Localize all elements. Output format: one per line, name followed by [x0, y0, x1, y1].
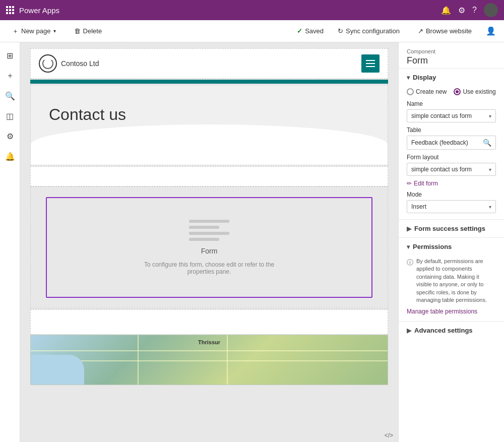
- form-icon-bar-2: [189, 226, 219, 229]
- site-logo: Contoso Ltd: [39, 54, 99, 73]
- permissions-body: ⓘ By default, permissions are applied to…: [399, 256, 504, 321]
- saved-status: ✓ Saved: [297, 27, 324, 35]
- logo-inner: [42, 58, 53, 69]
- component-name: Form: [407, 55, 496, 66]
- form-label: Form: [201, 247, 218, 255]
- sidebar-add-icon[interactable]: ＋: [1, 67, 19, 85]
- mode-dropdown[interactable]: Insert ▾: [407, 200, 496, 213]
- left-sidebar: ⊞ ＋ 🔍 ◫ ⚙ 🔔: [0, 42, 20, 442]
- chevron-down-icon: ▾: [53, 28, 56, 34]
- advanced-title: Advanced settings: [414, 327, 473, 334]
- notification-icon[interactable]: 🔔: [441, 6, 451, 15]
- panel-header: Component Form: [399, 42, 504, 68]
- table-search-field[interactable]: Feedback (feedback) 🔍: [407, 136, 496, 150]
- mode-chevron-icon: ▾: [489, 204, 491, 210]
- sync-label: Sync configuration: [346, 27, 400, 35]
- form-success-header[interactable]: ▶ Form success settings: [399, 220, 504, 237]
- form-layout-label: Form layout: [407, 154, 496, 161]
- code-icon[interactable]: </>: [385, 432, 393, 439]
- advanced-header[interactable]: ▶ Advanced settings: [399, 322, 504, 339]
- hero-text: Contact us: [31, 85, 388, 134]
- edit-form-label: Edit form: [414, 180, 438, 187]
- topbar-left: Power Apps: [6, 6, 59, 15]
- use-existing-radio[interactable]: Use existing: [454, 88, 495, 95]
- toolbar-right: ✓ Saved ↻ Sync configuration ↗ Browse we…: [297, 25, 496, 37]
- delete-button[interactable]: 🗑 Delete: [70, 25, 106, 37]
- site-name: Contoso Ltd: [61, 59, 99, 68]
- chevron-right-icon-advanced: ▶: [407, 327, 411, 334]
- hero-section[interactable]: Contact us: [30, 85, 388, 165]
- form-section: Form To configure this form, choose edit…: [30, 186, 388, 308]
- teal-bar: [30, 80, 388, 84]
- chevron-down-icon: ▾: [407, 74, 410, 81]
- form-layout-dropdown[interactable]: simple contact us form ▾: [407, 163, 496, 176]
- map-placeholder: Thrissur: [31, 335, 388, 385]
- saved-label: Saved: [305, 27, 324, 35]
- form-success-section: ▶ Form success settings: [399, 219, 504, 237]
- canvas-inner: Contoso Ltd Contact us: [20, 42, 398, 442]
- avatar[interactable]: [484, 3, 498, 17]
- create-new-label: Create new: [416, 88, 447, 95]
- manage-permissions-link[interactable]: Manage table permissions: [407, 308, 477, 315]
- create-new-radio[interactable]: Create new: [407, 88, 447, 95]
- permissions-info-text: By default, permissions are applied to c…: [416, 258, 496, 304]
- sync-button[interactable]: ↻ Sync configuration: [334, 25, 404, 37]
- form-icon-bar-3: [189, 232, 229, 235]
- new-page-label: New page: [21, 27, 51, 35]
- checkmark-icon: ✓: [297, 27, 302, 35]
- canvas: Contoso Ltd Contact us: [20, 42, 398, 442]
- spacer-section-2: [30, 309, 388, 335]
- display-section-body: Create new Use existing Name simple cont…: [399, 86, 504, 219]
- toolbar-left: ＋ New page ▾ 🗑 Delete: [8, 25, 287, 38]
- sidebar-search-icon[interactable]: 🔍: [1, 87, 19, 105]
- sidebar-notifications-icon[interactable]: 🔔: [1, 147, 19, 165]
- plus-icon: ＋: [12, 27, 19, 36]
- map-city-label: Thrissur: [198, 339, 220, 345]
- hero-title: Contact us: [49, 105, 369, 124]
- table-search-icon[interactable]: 🔍: [483, 139, 491, 147]
- sidebar-settings-icon[interactable]: ⚙: [1, 127, 19, 145]
- form-sublabel: To configure this form, choose edit or r…: [139, 261, 280, 275]
- delete-icon: 🗑: [74, 27, 81, 35]
- use-existing-label: Use existing: [463, 88, 495, 95]
- site-header[interactable]: Contoso Ltd: [30, 48, 388, 79]
- sidebar-components-icon[interactable]: ◫: [1, 107, 19, 125]
- display-section: ▾ Display Create new Use existing: [399, 68, 504, 219]
- advanced-section: ▶ Advanced settings: [399, 321, 504, 339]
- table-value: Feedback (feedback): [411, 139, 480, 146]
- settings-icon[interactable]: ⚙: [458, 6, 465, 15]
- right-panel: Component Form ▾ Display Create new: [398, 42, 504, 442]
- user-icon[interactable]: 👤: [486, 26, 496, 36]
- sync-icon: ↻: [338, 27, 343, 35]
- form-icon: [189, 220, 229, 241]
- display-section-title: Display: [413, 74, 436, 81]
- app-name: Power Apps: [19, 6, 59, 15]
- edit-form-link[interactable]: ✏ Edit form: [407, 180, 496, 187]
- spacer-section: [30, 166, 388, 186]
- mode-value: Insert: [411, 203, 426, 210]
- browse-button[interactable]: ↗ Browse website: [414, 25, 476, 37]
- hamburger-lines: [366, 60, 375, 67]
- use-existing-radio-circle: [454, 88, 461, 95]
- new-page-button[interactable]: ＋ New page ▾: [8, 25, 60, 38]
- map-section[interactable]: Thrissur: [30, 335, 388, 385]
- permissions-header[interactable]: ▾ Permissions: [399, 238, 504, 256]
- delete-label: Delete: [83, 27, 102, 35]
- name-dropdown[interactable]: simple contact us form ▾: [407, 109, 496, 122]
- form-success-title: Form success settings: [414, 225, 485, 232]
- form-component[interactable]: Form To configure this form, choose edit…: [46, 197, 372, 298]
- help-icon[interactable]: ?: [472, 6, 477, 15]
- radio-dot: [456, 90, 459, 93]
- permissions-section: ▾ Permissions ⓘ By default, permissions …: [399, 237, 504, 321]
- app-logo: Power Apps: [6, 6, 59, 15]
- info-icon: ⓘ: [407, 258, 413, 304]
- form-layout-value: simple contact us form: [411, 166, 472, 173]
- browse-icon: ↗: [418, 27, 423, 35]
- display-section-header[interactable]: ▾ Display: [399, 69, 504, 86]
- topbar: Power Apps 🔔 ⚙ ?: [0, 0, 504, 20]
- radio-group: Create new Use existing: [407, 88, 496, 95]
- edit-pencil-icon: ✏: [407, 180, 412, 187]
- form-layout-chevron-icon: ▾: [489, 167, 491, 172]
- sidebar-pages-icon[interactable]: ⊞: [1, 46, 19, 65]
- hamburger-button[interactable]: [361, 54, 380, 73]
